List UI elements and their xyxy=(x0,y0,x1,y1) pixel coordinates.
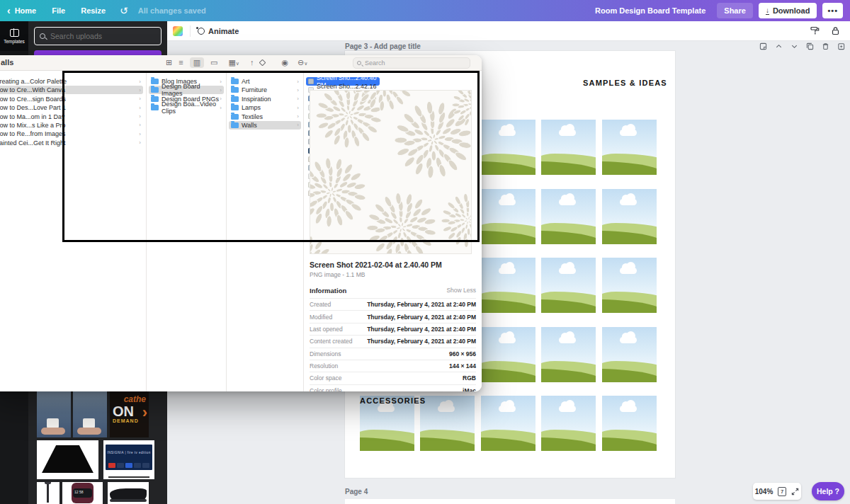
folder-name: Creating a...Color Palette xyxy=(0,78,67,85)
group-by-icon[interactable]: ▦∨ xyxy=(228,59,239,67)
info-row: CreatedThursday, February 4, 2021 at 2:4… xyxy=(310,298,476,310)
finder-folder-row[interactable]: How to Cre...sign Boards› xyxy=(0,95,143,103)
folder-name: Painted Cei...Get It Right xyxy=(0,139,66,147)
image-placeholder[interactable] xyxy=(602,327,657,382)
animate-icon xyxy=(198,28,205,35)
sidebar-item-templates[interactable]: Templates xyxy=(0,21,28,51)
finder-search[interactable]: Search xyxy=(353,57,470,69)
image-placeholder[interactable] xyxy=(602,120,657,175)
upload-thumb-shoes[interactable] xyxy=(108,482,149,504)
finder-folder-row[interactable]: Textiles› xyxy=(229,113,301,121)
image-placeholder[interactable] xyxy=(481,327,536,382)
download-button[interactable]: ↓ Download xyxy=(759,3,817,18)
page3-title[interactable]: Page 3 - Add page title xyxy=(345,42,421,50)
icon-view-icon[interactable]: ⊞ xyxy=(166,59,172,67)
upload-thumb-photo[interactable] xyxy=(73,391,107,437)
image-placeholder[interactable] xyxy=(541,120,596,175)
show-less-link[interactable]: Show Less xyxy=(446,287,476,294)
finder-folder-row[interactable]: Design Boa...Video Clips› xyxy=(149,103,224,112)
finder-folder-row[interactable]: How to Cre...With Canva› xyxy=(0,86,143,94)
menu-resize[interactable]: Resize xyxy=(81,6,106,15)
finder-folder-row[interactable]: Design Board Images› xyxy=(149,86,224,94)
chevron-right-icon: › xyxy=(220,87,222,93)
back-chevron-icon[interactable]: ‹ xyxy=(7,5,11,16)
design-page-4[interactable] xyxy=(345,499,675,504)
folder-name: How to Ma...om in 1 Day xyxy=(0,113,65,120)
finder-folder-row[interactable]: Walls› xyxy=(229,121,301,130)
undo-icon[interactable]: ↺ xyxy=(120,5,128,16)
quicklook-eye-icon[interactable]: ◉ xyxy=(281,59,288,67)
arrow-icon: › xyxy=(142,403,147,422)
finder-column-subfolders: Art›Furniture›Inspiration›Lamps›Textiles… xyxy=(229,77,301,130)
add-page-icon[interactable] xyxy=(837,42,845,50)
image-placeholder[interactable] xyxy=(541,327,596,382)
uploads-search[interactable] xyxy=(34,27,162,45)
page4-title[interactable]: Page 4 xyxy=(345,488,368,496)
upload-thumb-pole[interactable] xyxy=(37,482,60,504)
notes-icon[interactable] xyxy=(759,42,767,50)
image-placeholder[interactable] xyxy=(481,258,536,313)
finder-folder-row[interactable]: How to Re...from Images› xyxy=(0,130,143,138)
chevron-right-icon: › xyxy=(139,79,141,85)
chevron-right-icon: › xyxy=(297,96,299,102)
finder-folder-row[interactable]: Lamps› xyxy=(229,103,301,112)
column-view-icon[interactable]: ▥ xyxy=(190,57,204,68)
image-placeholder[interactable] xyxy=(481,120,536,175)
image-placeholder[interactable] xyxy=(541,396,596,451)
image-placeholder[interactable] xyxy=(602,258,657,313)
tag-icon[interactable] xyxy=(259,59,266,67)
finder-folder-row[interactable]: How to Des...Love Part 1› xyxy=(0,103,143,112)
more-options-button[interactable]: ••• xyxy=(822,3,843,18)
app-topbar: ‹ Home File Resize ↺ All changes saved R… xyxy=(0,0,850,21)
accessories-heading[interactable]: ACCESSORIES xyxy=(360,396,426,405)
actions-menu-icon[interactable]: ⊖∨ xyxy=(298,59,307,67)
folder-icon xyxy=(231,105,239,110)
finder-folder-row[interactable]: Creating a...Color Palette› xyxy=(0,77,143,86)
samples-ideas-heading[interactable]: SAMPLES & IDEAS xyxy=(583,79,667,87)
fullscreen-icon[interactable] xyxy=(791,488,799,496)
finder-folder-row[interactable]: How to Ma...om in 1 Day› xyxy=(0,113,143,121)
file-thumbnail-icon xyxy=(308,79,314,84)
lock-icon[interactable] xyxy=(831,26,840,35)
finder-folder-row[interactable]: Furniture› xyxy=(229,86,301,94)
image-placeholder[interactable] xyxy=(481,189,536,244)
help-button[interactable]: Help ? xyxy=(812,482,844,500)
image-placeholder[interactable] xyxy=(420,396,475,451)
finder-folder-row[interactable]: Painted Cei...Get It Right› xyxy=(0,139,143,147)
upload-thumb-mat[interactable] xyxy=(37,440,98,479)
upload-thumb-photo[interactable] xyxy=(37,391,71,437)
finder-folder-row[interactable]: How to Mix...s Like a Pro› xyxy=(0,121,143,130)
upload-thumb-watch[interactable]: 12 58 xyxy=(62,482,103,504)
folder-icon xyxy=(231,87,239,93)
uploads-search-input[interactable] xyxy=(50,32,142,40)
list-view-icon[interactable]: ≡ xyxy=(178,59,183,67)
share-icon[interactable]: ↑ xyxy=(250,59,254,67)
image-placeholder[interactable] xyxy=(481,396,536,451)
zoom-level[interactable]: 104% xyxy=(755,488,774,496)
menu-home[interactable]: Home xyxy=(15,6,37,15)
move-page-down-icon[interactable] xyxy=(790,42,798,50)
info-row: Color profileiMac xyxy=(310,384,476,391)
color-swatch-icon[interactable] xyxy=(173,26,183,36)
image-placeholder[interactable] xyxy=(602,396,657,451)
page-grid-icon[interactable]: 7 xyxy=(778,487,786,496)
image-placeholder[interactable] xyxy=(541,189,596,244)
finder-column-folders: Blog Images›Design Board Images›Design B… xyxy=(149,77,224,113)
finder-window-title: alls xyxy=(1,58,13,67)
upload-thumb-tv[interactable]: INSIGNIA | fire tv edition xyxy=(103,440,154,479)
image-placeholder[interactable] xyxy=(602,189,657,244)
finder-folder-row[interactable]: Inspiration› xyxy=(229,95,301,103)
share-button[interactable]: Share xyxy=(717,3,753,18)
finder-folder-row[interactable]: Art› xyxy=(229,77,301,86)
move-page-up-icon[interactable] xyxy=(775,42,783,50)
paint-roller-icon[interactable] xyxy=(810,26,820,35)
menu-file[interactable]: File xyxy=(52,6,65,15)
upload-thumb-cathe-poster[interactable]: cathe ON DEMAND › xyxy=(110,391,149,437)
delete-page-icon[interactable] xyxy=(822,42,829,50)
animate-button[interactable]: Animate xyxy=(198,27,239,35)
image-placeholder[interactable] xyxy=(541,258,596,313)
duplicate-page-icon[interactable] xyxy=(806,42,814,50)
zoom-control[interactable]: 104% 7 xyxy=(753,483,801,500)
gallery-view-icon[interactable]: ▭ xyxy=(210,59,217,67)
document-title[interactable]: Room Design Board Template xyxy=(595,6,706,15)
